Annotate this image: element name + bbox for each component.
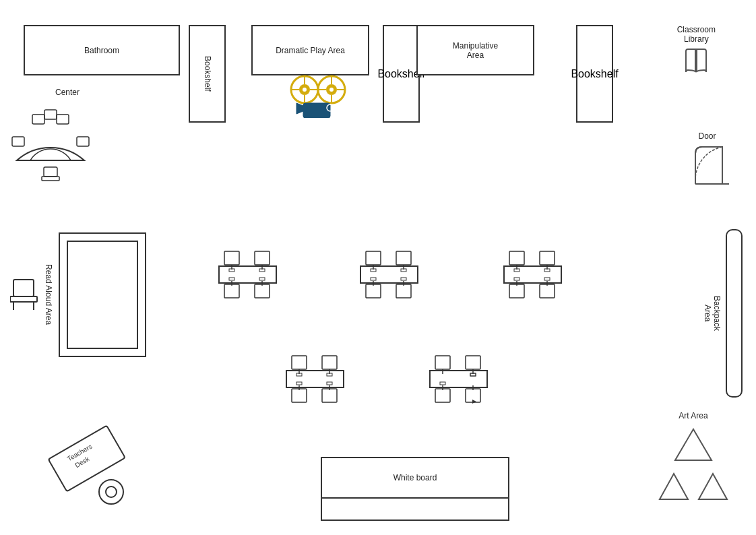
center-area: Center [7, 88, 94, 224]
svg-marker-97 [660, 474, 688, 499]
desk-cluster-2 [354, 239, 424, 329]
svg-rect-66 [514, 278, 519, 280]
film-projector-icon [290, 71, 364, 118]
bathroom-label: Bathroom [84, 46, 119, 55]
svg-rect-32 [224, 251, 239, 265]
svg-rect-22 [44, 110, 57, 119]
svg-rect-79 [296, 382, 302, 385]
svg-rect-87 [466, 356, 480, 369]
svg-rect-64 [509, 284, 524, 298]
art-area-label: Art Area [658, 411, 729, 420]
center-label: Center [40, 88, 94, 97]
bookshelf-2: Bookshelf [383, 25, 420, 123]
svg-rect-21 [32, 115, 44, 124]
svg-marker-96 [675, 429, 712, 460]
manipulative-label: Manipulative Area [453, 41, 498, 60]
whiteboard: White board [321, 457, 509, 521]
door-icon [685, 144, 729, 187]
svg-rect-74 [322, 356, 337, 369]
svg-rect-77 [292, 389, 307, 402]
svg-rect-57 [504, 266, 561, 283]
art-triangle-small-2 [697, 472, 729, 501]
svg-rect-69 [544, 278, 550, 280]
dramatic-play-area: Dramatic Play Area [251, 25, 369, 75]
svg-point-102 [99, 480, 123, 504]
desk-cluster-1 [212, 239, 283, 329]
svg-marker-93 [472, 400, 476, 404]
door-area: Door [685, 131, 729, 190]
backpack-label: Backpack Area [703, 296, 722, 331]
svg-rect-56 [401, 278, 406, 280]
desk-cluster-5-svg [423, 344, 494, 431]
desk-cluster-3 [497, 239, 568, 329]
svg-rect-92 [440, 382, 445, 385]
svg-rect-61 [540, 251, 555, 265]
svg-point-4 [303, 88, 307, 92]
desk-cluster-3-svg [497, 239, 568, 327]
svg-marker-17 [296, 103, 303, 114]
teachers-desk-svg: Teachers Desk [40, 424, 148, 519]
desk-cluster-4 [280, 344, 350, 434]
svg-rect-70 [286, 371, 344, 387]
desk-cluster-2-svg [354, 239, 424, 327]
svg-rect-43 [259, 278, 265, 280]
art-area-section: Art Area [658, 411, 729, 501]
bathroom-room: Bathroom [24, 25, 180, 75]
svg-rect-20 [12, 137, 24, 146]
art-triangle-large [673, 427, 714, 462]
svg-point-103 [106, 486, 117, 497]
svg-rect-67 [540, 284, 555, 298]
bookshelf-1-label: Bookshelf [203, 56, 212, 92]
art-triangle-small-1 [658, 472, 690, 501]
center-table-icon [7, 100, 94, 221]
svg-rect-83 [430, 371, 487, 387]
teachers-desk-area: Teachers Desk [40, 424, 148, 522]
read-aloud-area: Read Aloud Area [44, 232, 146, 357]
svg-rect-82 [327, 382, 332, 385]
svg-rect-41 [255, 284, 270, 298]
film-projector-area [290, 71, 364, 121]
dramatic-play-label: Dramatic Play Area [276, 46, 345, 55]
svg-rect-31 [219, 266, 276, 283]
svg-rect-54 [396, 284, 411, 298]
svg-rect-90 [435, 389, 450, 402]
svg-rect-51 [366, 284, 381, 298]
classroom-library-label: Classroom Library [677, 25, 716, 44]
svg-rect-58 [509, 251, 524, 265]
svg-rect-80 [322, 389, 337, 402]
desk-cluster-4-svg [280, 344, 350, 431]
manipulative-area: Manipulative Area [416, 25, 534, 75]
bookshelf-3: Bookshelf [576, 25, 613, 123]
svg-rect-71 [292, 356, 307, 369]
svg-rect-28 [10, 296, 37, 302]
svg-rect-44 [360, 266, 418, 283]
svg-rect-48 [396, 251, 411, 265]
svg-rect-84 [435, 356, 450, 369]
svg-rect-53 [371, 278, 376, 280]
svg-rect-24 [77, 137, 89, 146]
whiteboard-label: White board [393, 473, 437, 482]
svg-rect-16 [303, 103, 330, 118]
svg-rect-40 [229, 278, 234, 280]
svg-rect-35 [255, 251, 270, 265]
svg-rect-26 [42, 177, 59, 181]
book-icon [679, 48, 713, 75]
read-aloud-chair-icon [10, 273, 47, 313]
bookshelf-1: Bookshelf [189, 25, 226, 123]
svg-rect-45 [366, 251, 381, 265]
svg-point-11 [329, 88, 334, 92]
desk-cluster-5 [423, 344, 494, 434]
svg-rect-27 [13, 280, 34, 296]
svg-rect-38 [224, 284, 239, 298]
desk-cluster-1-svg [212, 239, 283, 327]
classroom-library: Classroom Library [677, 25, 716, 77]
door-label: Door [685, 131, 729, 141]
svg-rect-25 [44, 167, 57, 177]
svg-marker-98 [699, 474, 727, 499]
backpack-area: Backpack Area [703, 229, 743, 398]
svg-rect-23 [57, 115, 69, 124]
